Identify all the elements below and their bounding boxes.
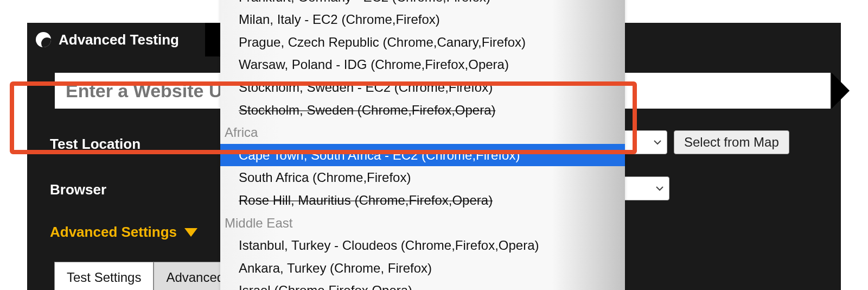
dropdown-group-header: Middle East: [220, 212, 625, 235]
tab-test-settings[interactable]: Test Settings: [54, 262, 154, 290]
dropdown-option[interactable]: Israel (Chrome,Firefox,Opera): [220, 279, 625, 290]
test-location-dropdown[interactable]: Amsterdam, NL - GCE (Chrome,Firefox)Fran…: [220, 0, 625, 290]
select-from-map-button[interactable]: Select from Map: [674, 130, 789, 154]
advanced-settings-label: Advanced Settings: [50, 224, 177, 241]
dropdown-option[interactable]: Prague, Czech Republic (Chrome,Canary,Fi…: [220, 31, 625, 54]
test-location-label: Test Location: [50, 136, 141, 153]
tab-test-settings-label: Test Settings: [67, 270, 141, 285]
dropdown-option[interactable]: Milan, Italy - EC2 (Chrome,Firefox): [220, 8, 625, 31]
dropdown-option[interactable]: Istanbul, Turkey - Cloudeos (Chrome,Fire…: [220, 234, 625, 257]
tab-advanced-label: Advanced: [166, 270, 224, 285]
browser-label: Browser: [50, 181, 106, 198]
dropdown-option[interactable]: Cape Town, South Africa - EC2 (Chrome,Fi…: [220, 144, 625, 167]
dropdown-option[interactable]: Ankara, Turkey (Chrome, Firefox): [220, 257, 625, 280]
tab-label: Advanced Testing: [59, 31, 179, 48]
dropdown-option[interactable]: Rose Hill, Mauritius (Chrome,Firefox,Ope…: [220, 189, 625, 212]
select-from-map-label: Select from Map: [684, 135, 779, 150]
dropdown-option[interactable]: Stockholm, Sweden - EC2 (Chrome,Firefox): [220, 76, 625, 99]
settings-tabs: Test Settings Advanced: [54, 262, 237, 290]
app-logo-icon: [36, 32, 51, 47]
chevron-down-icon: [655, 184, 665, 193]
advanced-settings-toggle[interactable]: Advanced Settings: [50, 224, 197, 241]
dropdown-option[interactable]: Warsaw, Poland - IDG (Chrome,Firefox,Ope…: [220, 53, 625, 76]
tab-advanced-testing[interactable]: Advanced Testing: [27, 23, 190, 56]
dropdown-option[interactable]: Frankfurt, Germany - EC2 (Chrome,Firefox…: [220, 0, 625, 8]
dropdown-group-header: Africa: [220, 121, 625, 144]
dropdown-option[interactable]: South Africa (Chrome,Firefox): [220, 166, 625, 189]
dropdown-option[interactable]: Stockholm, Sweden (Chrome,Firefox,Opera): [220, 99, 625, 122]
chevron-down-icon: [653, 137, 662, 147]
start-test-caret-icon[interactable]: [832, 73, 850, 109]
triangle-down-icon: [184, 228, 197, 237]
